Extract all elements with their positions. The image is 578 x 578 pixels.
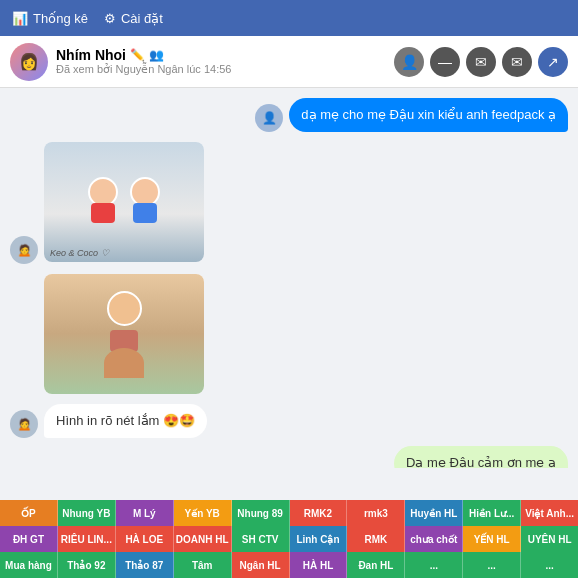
top-bar: 📊 Thống kê ⚙ Cài đặt: [0, 0, 578, 36]
gear-icon: ⚙: [104, 11, 116, 26]
message-text: dạ mẹ cho mẹ Đậu xin kiểu anh feedpack ạ: [301, 107, 556, 122]
incoming-avatar: 🙍: [10, 410, 38, 438]
tab-thao-92[interactable]: Thảo 92: [58, 552, 116, 578]
tab-viet-anh[interactable]: Việt Anh...: [521, 500, 578, 526]
tab-huyen-hl[interactable]: Huyền HL: [405, 500, 463, 526]
settings-menu-item[interactable]: ⚙ Cài đặt: [104, 11, 163, 26]
message-text: Dạ mẹ Đậu cảm ơn mẹ ạ: [406, 455, 556, 468]
message-text: Hình in rõ nét lắm 😍🤩: [56, 413, 195, 428]
tabs-row-1: ỐP Nhung YB M Lý Yến YB Nhung 89 RMK2 rm…: [0, 500, 578, 526]
tab-rieu-lin[interactable]: RIÊU LIN...: [58, 526, 116, 552]
message-bubble-incoming: Hình in rõ nét lắm 😍🤩: [44, 404, 207, 438]
chat-image-2: [44, 272, 204, 396]
chat-area: dạ mẹ cho mẹ Đậu xin kiểu anh feedpack ạ…: [0, 88, 578, 468]
message-bubble-outgoing: dạ mẹ cho mẹ Đậu xin kiểu anh feedpack ạ: [289, 98, 568, 132]
message-row-outgoing2: Dạ mẹ Đậu cảm ơn mẹ ạ: [10, 446, 568, 468]
tab-yen-yb[interactable]: Yến YB: [174, 500, 232, 526]
tab-extra-1[interactable]: ...: [405, 552, 463, 578]
tab-ha-hl[interactable]: HÀ HL: [290, 552, 348, 578]
tab-op[interactable]: ỐP: [0, 500, 58, 526]
email-btn[interactable]: ✉: [466, 47, 496, 77]
tab-chua-chot[interactable]: chưa chốt: [405, 526, 463, 552]
tab-thao-87[interactable]: Thảo 87: [116, 552, 174, 578]
tab-linh-can[interactable]: Linh Cận: [290, 526, 348, 552]
header-actions: 👤 — ✉ ✉ ↗: [394, 47, 568, 77]
tab-mua-hang[interactable]: Mua hàng: [0, 552, 58, 578]
bottom-tabs: ỐP Nhung YB M Lý Yến YB Nhung 89 RMK2 rm…: [0, 500, 578, 578]
group-icon: 👥: [149, 48, 164, 62]
user-action-btn[interactable]: 👤: [394, 47, 424, 77]
tab-extra-3[interactable]: ...: [521, 552, 578, 578]
settings-label: Cài đặt: [121, 11, 163, 26]
tab-dh-gt[interactable]: ĐH GT: [0, 526, 58, 552]
tab-rmk3[interactable]: rmk3: [347, 500, 405, 526]
tab-hien-lu[interactable]: Hiền Lư...: [463, 500, 521, 526]
stats-icon: 📊: [12, 11, 28, 26]
message-btn[interactable]: ✉: [502, 47, 532, 77]
stats-label: Thống kê: [33, 11, 88, 26]
message-row-img2: [44, 272, 568, 396]
chat-header: 👩 Nhím Nhoi ✏️ 👥 Đã xem bởi Nguyễn Ngân …: [0, 36, 578, 88]
stats-menu-item[interactable]: 📊 Thống kê: [12, 11, 88, 26]
message-row: dạ mẹ cho mẹ Đậu xin kiểu anh feedpack ạ…: [10, 98, 568, 132]
message-row-img1: 🙍 Keo & Coco ♡: [10, 140, 568, 264]
sender-avatar: 👤: [255, 104, 283, 132]
chat-image-1: Keo & Coco ♡: [44, 140, 204, 264]
tab-ngan-hl[interactable]: Ngân HL: [232, 552, 290, 578]
message-bubble-outgoing2: Dạ mẹ Đậu cảm ơn mẹ ạ: [394, 446, 568, 468]
tab-rmk2[interactable]: RMK2: [290, 500, 348, 526]
tab-dan-hl[interactable]: Đan HL: [347, 552, 405, 578]
avatar: 👩: [10, 43, 48, 81]
tab-m-ly[interactable]: M Lý: [116, 500, 174, 526]
tab-yen-hl[interactable]: YẾN HL: [463, 526, 521, 552]
send-btn[interactable]: ↗: [538, 47, 568, 77]
mute-btn[interactable]: —: [430, 47, 460, 77]
header-subtitle: Đã xem bởi Nguyễn Ngân lúc 14:56: [56, 63, 394, 76]
tab-ha-loe[interactable]: HÀ LOE: [116, 526, 174, 552]
verified-icon: ✏️: [130, 48, 145, 62]
message-row-incoming: 🙍 Hình in rõ nét lắm 😍🤩: [10, 404, 568, 438]
tab-doanh-hl[interactable]: DOANH HL: [174, 526, 232, 552]
tab-nhung-yb[interactable]: Nhung YB: [58, 500, 116, 526]
tabs-row-3: Mua hàng Thảo 92 Thảo 87 Tâm Ngân HL HÀ …: [0, 552, 578, 578]
header-info: Nhím Nhoi ✏️ 👥 Đã xem bởi Nguyễn Ngân lú…: [56, 47, 394, 76]
tab-extra-2[interactable]: ...: [463, 552, 521, 578]
sender-avatar-small: 🙍: [10, 236, 38, 264]
tab-sh-ctv[interactable]: SH CTV: [232, 526, 290, 552]
tabs-row-2: ĐH GT RIÊU LIN... HÀ LOE DOANH HL SH CTV…: [0, 526, 578, 552]
contact-name: Nhím Nhoi ✏️ 👥: [56, 47, 394, 63]
tab-rmk[interactable]: RMK: [347, 526, 405, 552]
tab-tam[interactable]: Tâm: [174, 552, 232, 578]
tab-uyen-hl[interactable]: UYÊN HL: [521, 526, 578, 552]
tab-nhung-89[interactable]: Nhung 89: [232, 500, 290, 526]
